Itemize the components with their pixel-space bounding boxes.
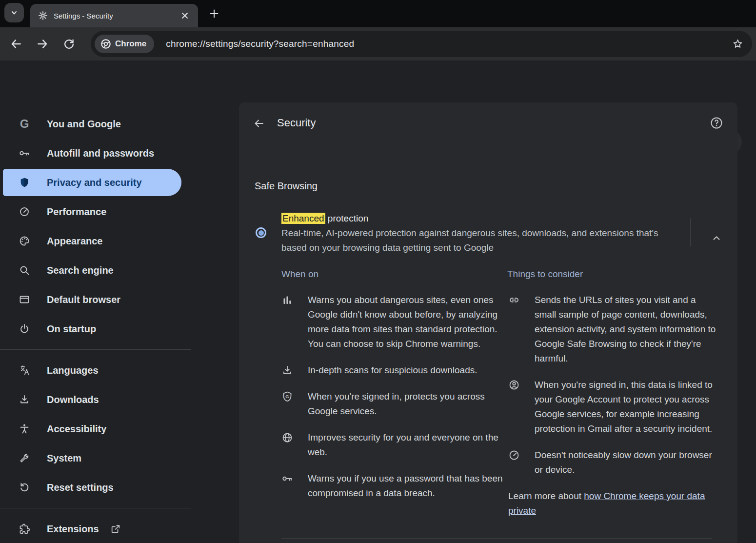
speedometer-icon bbox=[19, 206, 30, 218]
key-icon bbox=[19, 147, 30, 159]
sidebar-item-label: Reset settings bbox=[47, 482, 114, 493]
sidebar-item-you-and-google[interactable]: G You and Google bbox=[0, 109, 239, 139]
back-button[interactable] bbox=[7, 35, 25, 53]
enhanced-protection-title: Enhanced protection bbox=[281, 211, 368, 226]
sidebar-item-label: Downloads bbox=[47, 394, 99, 405]
safe-browsing-heading: Safe Browsing bbox=[255, 181, 318, 192]
chrome-window: Settings - Security bbox=[0, 0, 756, 543]
things-to-consider-heading: Things to consider bbox=[507, 268, 583, 280]
page-title: Security bbox=[277, 117, 316, 129]
enhanced-protection-radio[interactable] bbox=[256, 227, 266, 238]
globe-icon bbox=[281, 432, 293, 443]
download-icon bbox=[19, 394, 30, 405]
list-item: Warns you about dangerous sites, even on… bbox=[281, 293, 506, 351]
row-separator bbox=[690, 218, 691, 246]
sidebar-item-label: Appearance bbox=[47, 236, 103, 247]
forward-button[interactable] bbox=[34, 35, 51, 53]
puzzle-icon bbox=[19, 523, 30, 535]
google-shield-icon: G bbox=[281, 391, 293, 402]
palette-icon bbox=[19, 235, 30, 247]
sidebar-item-label: Search engine bbox=[47, 265, 114, 276]
browser-window-icon bbox=[19, 294, 30, 305]
reset-arrow-icon bbox=[19, 482, 30, 493]
google-g-icon: G bbox=[19, 118, 30, 130]
sidebar-item-autofill[interactable]: Autofill and passwords bbox=[0, 139, 239, 168]
sidebar-item-reset-settings[interactable]: Reset settings bbox=[0, 473, 239, 502]
speedometer-icon bbox=[508, 449, 520, 461]
help-button[interactable] bbox=[709, 115, 724, 131]
sidebar-item-accessibility[interactable]: Accessibility bbox=[0, 414, 239, 443]
when-on-list: Warns you about dangerous sites, even on… bbox=[281, 293, 506, 501]
wrench-icon bbox=[19, 452, 30, 464]
analytics-bars-icon bbox=[281, 294, 293, 306]
power-icon bbox=[19, 323, 30, 335]
back-arrow-icon bbox=[10, 38, 22, 50]
learn-more-text: Learn more about how Chrome keeps your d… bbox=[508, 489, 719, 518]
enhanced-protection-description: Real-time, AI-powered protection against… bbox=[281, 226, 679, 255]
reload-icon bbox=[63, 38, 75, 50]
help-icon bbox=[710, 116, 723, 130]
sidebar-item-on-startup[interactable]: On startup bbox=[0, 314, 239, 343]
chrome-logo-icon bbox=[100, 39, 111, 49]
learn-more-prefix: Learn more about bbox=[508, 491, 584, 501]
sidebar-item-label: You and Google bbox=[47, 119, 121, 130]
tab-title: Settings - Security bbox=[54, 12, 179, 20]
chevron-up-icon bbox=[711, 233, 722, 243]
sidebar-item-label: Autofill and passwords bbox=[47, 148, 154, 159]
section-divider bbox=[281, 538, 712, 539]
when-on-heading: When on bbox=[281, 268, 318, 280]
list-item: G When you're signed in, protects you ac… bbox=[281, 389, 506, 419]
sidebar-item-label: System bbox=[47, 453, 81, 464]
sidebar-divider bbox=[0, 349, 191, 350]
sidebar-item-label: Performance bbox=[47, 206, 106, 218]
sidebar-item-label: Default browser bbox=[47, 294, 120, 305]
radio-dot bbox=[259, 230, 264, 236]
translate-icon bbox=[19, 364, 30, 376]
sidebar-item-label: On startup bbox=[47, 323, 96, 335]
tab-search-button[interactable] bbox=[4, 3, 24, 22]
list-item: Sends the URLs of sites you visit and a … bbox=[508, 293, 718, 366]
sidebar-item-privacy-and-security[interactable]: Privacy and security bbox=[3, 169, 181, 196]
sidebar-item-default-browser[interactable]: Default browser bbox=[0, 285, 239, 314]
search-highlight: Enhanced bbox=[281, 213, 325, 224]
sidebar-item-label: Languages bbox=[47, 365, 99, 376]
close-icon bbox=[181, 12, 188, 19]
sidebar-item-search-engine[interactable]: Search engine bbox=[0, 256, 239, 285]
sidebar-item-label: Privacy and security bbox=[47, 177, 142, 188]
sidebar-item-appearance[interactable]: Appearance bbox=[0, 226, 239, 256]
reload-button[interactable] bbox=[60, 35, 78, 53]
bookmark-star-button[interactable] bbox=[731, 37, 744, 51]
site-chip[interactable]: Chrome bbox=[95, 35, 154, 53]
download-scan-icon bbox=[281, 364, 293, 376]
page-back-button[interactable] bbox=[251, 116, 267, 131]
external-link-icon bbox=[110, 523, 121, 534]
forward-arrow-icon bbox=[36, 38, 49, 50]
sidebar-divider bbox=[0, 508, 191, 508]
sidebar-item-languages[interactable]: Languages bbox=[0, 356, 239, 385]
sidebar-item-extensions[interactable]: Extensions bbox=[0, 514, 239, 543]
sidebar-item-system[interactable]: System bbox=[0, 443, 239, 473]
omnibox[interactable]: Chrome chrome://settings/security?search… bbox=[91, 31, 752, 57]
star-icon bbox=[732, 38, 744, 50]
link-icon bbox=[508, 294, 520, 306]
sidebar-item-performance[interactable]: Performance bbox=[0, 197, 239, 226]
list-item: In-depth scans for suspicious downloads. bbox=[281, 363, 506, 378]
sidebar-item-downloads[interactable]: Downloads bbox=[0, 385, 239, 414]
list-item: Warns you if you use a password that has… bbox=[281, 471, 506, 501]
svg-text:G: G bbox=[285, 394, 289, 399]
browser-toolbar: Chrome chrome://settings/security?search… bbox=[0, 27, 756, 60]
new-tab-button[interactable] bbox=[207, 6, 221, 21]
sidebar-item-label: Extensions bbox=[47, 523, 99, 535]
tab-settings-security[interactable]: Settings - Security bbox=[30, 4, 198, 27]
account-circle-icon bbox=[508, 379, 520, 391]
sidebar-item-label: Accessibility bbox=[47, 423, 106, 435]
list-item: Improves security for you and everyone o… bbox=[281, 430, 506, 460]
things-to-consider-list: Sends the URLs of sites you visit and a … bbox=[508, 293, 718, 518]
list-item: When you're signed in, this data is link… bbox=[508, 378, 718, 436]
chevron-down-icon bbox=[10, 9, 18, 17]
url-text[interactable]: chrome://settings/security?search=enhanc… bbox=[166, 39, 731, 49]
security-settings-card: Security Safe Browsing Enhanced protecti… bbox=[239, 102, 737, 543]
settings-header: Settings bbox=[0, 60, 756, 102]
collapse-button[interactable] bbox=[708, 230, 725, 246]
tab-close-button[interactable] bbox=[179, 9, 191, 22]
